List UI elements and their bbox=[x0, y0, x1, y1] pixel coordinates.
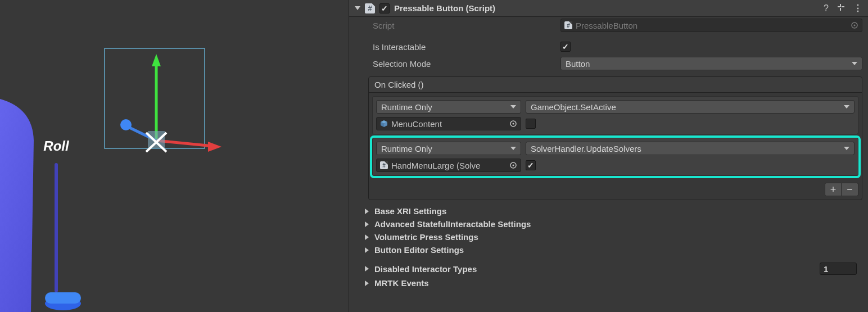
foldout-base-xri[interactable]: Base XRI Settings bbox=[349, 205, 868, 218]
foldout-label: Base XRI Settings bbox=[374, 206, 446, 216]
chevron-right-icon bbox=[365, 234, 369, 240]
foldout-volumetric[interactable]: Volumetric Press Settings bbox=[349, 230, 868, 243]
component-enable-checkbox[interactable] bbox=[379, 3, 390, 13]
foldout-advanced-stateful[interactable]: Advanced StatefulInteractable Settings bbox=[349, 218, 868, 230]
function-value: SolverHandler.UpdateSolvers bbox=[531, 144, 641, 153]
is-interactable-row: Is Interactable bbox=[349, 38, 868, 55]
svg-marker-7 bbox=[208, 142, 221, 152]
svg-point-18 bbox=[854, 25, 856, 26]
component-header[interactable]: # Pressable Button (Script) ? ⋮ bbox=[349, 0, 868, 17]
script-value: PressableButton bbox=[576, 21, 638, 30]
svg-rect-2 bbox=[45, 292, 81, 304]
add-event-button[interactable]: + bbox=[825, 183, 842, 196]
script-icon: # bbox=[564, 21, 572, 29]
call-state-value: Runtime Only bbox=[381, 144, 432, 153]
foldout-label: Advanced StatefulInteractable Settings bbox=[374, 219, 531, 229]
script-label: Script bbox=[355, 21, 557, 30]
call-state-dropdown[interactable]: Runtime Only bbox=[376, 142, 521, 155]
target-name: MenuContent bbox=[391, 119, 442, 129]
function-dropdown[interactable]: GameObject.SetActive bbox=[526, 100, 855, 114]
foldout-label: Button Editor Settings bbox=[374, 245, 464, 255]
foldout-button-editor[interactable]: Button Editor Settings bbox=[349, 243, 868, 256]
foldout-disabled-interactor[interactable]: Disabled Interactor Types 1 bbox=[349, 261, 868, 277]
chevron-right-icon bbox=[365, 209, 369, 214]
is-interactable-checkbox[interactable] bbox=[560, 42, 571, 52]
context-menu-icon[interactable]: ⋮ bbox=[853, 3, 862, 13]
event-entry: Runtime Only GameObject.SetActive bbox=[372, 96, 858, 134]
scene-gizmo: Roll bbox=[0, 0, 349, 312]
svg-rect-15 bbox=[840, 4, 841, 7]
bool-arg-checkbox[interactable] bbox=[526, 160, 536, 170]
object-picker-icon[interactable] bbox=[509, 120, 517, 128]
preset-icon[interactable] bbox=[837, 3, 846, 14]
call-state-dropdown[interactable]: Runtime Only bbox=[376, 100, 521, 114]
svg-rect-10 bbox=[148, 131, 165, 148]
svg-point-23 bbox=[513, 123, 514, 125]
scene-view[interactable]: Roll bbox=[0, 0, 349, 312]
svg-point-25 bbox=[513, 165, 514, 166]
object-picker-icon[interactable] bbox=[851, 21, 858, 29]
svg-rect-16 bbox=[840, 8, 841, 11]
function-value: GameObject.SetActive bbox=[531, 102, 616, 112]
svg-point-9 bbox=[120, 119, 132, 130]
remove-event-button[interactable]: − bbox=[842, 183, 858, 196]
help-icon[interactable]: ? bbox=[824, 3, 829, 13]
call-state-value: Runtime Only bbox=[381, 102, 432, 112]
prefab-cube-icon bbox=[380, 120, 388, 128]
foldout-label: MRTK Events bbox=[374, 278, 429, 288]
chevron-right-icon bbox=[365, 266, 369, 272]
selection-mode-row: Selection Mode Button bbox=[349, 55, 868, 72]
selection-mode-value: Button bbox=[566, 59, 590, 69]
svg-rect-14 bbox=[842, 6, 844, 7]
chevron-right-icon bbox=[365, 221, 369, 227]
inspector-panel: # Pressable Button (Script) ? ⋮ Script #… bbox=[349, 0, 868, 312]
component-foldout-icon[interactable] bbox=[355, 6, 360, 10]
list-count-field[interactable]: 1 bbox=[820, 263, 857, 275]
on-clicked-event: On Clicked () Runtime Only GameObject.Se… bbox=[368, 76, 862, 200]
function-dropdown[interactable]: SolverHandler.UpdateSolvers bbox=[526, 142, 855, 155]
foldout-label: Volumetric Press Settings bbox=[374, 232, 478, 242]
event-entry: Runtime Only SolverHandler.UpdateSolvers… bbox=[372, 138, 858, 176]
scene-roll-label: Roll bbox=[43, 138, 70, 153]
selection-mode-dropdown[interactable]: Button bbox=[560, 57, 862, 70]
target-name: HandMenuLarge (Solve bbox=[391, 161, 480, 170]
selection-mode-label: Selection Mode bbox=[355, 59, 557, 69]
component-title: Pressable Button (Script) bbox=[394, 3, 819, 13]
target-object-field[interactable]: MenuContent bbox=[376, 117, 521, 130]
chevron-right-icon bbox=[365, 247, 369, 253]
foldout-label: Disabled Interactor Types bbox=[374, 264, 477, 274]
event-title: On Clicked () bbox=[369, 77, 862, 93]
svg-rect-0 bbox=[55, 163, 58, 292]
object-picker-icon[interactable] bbox=[509, 161, 517, 169]
script-icon: # bbox=[380, 161, 388, 169]
svg-marker-5 bbox=[152, 54, 161, 66]
script-row: Script # PressableButton bbox=[349, 17, 868, 34]
target-object-field[interactable]: # HandMenuLarge (Solve bbox=[376, 159, 521, 172]
bool-arg-checkbox[interactable] bbox=[526, 119, 536, 129]
chevron-right-icon bbox=[365, 281, 369, 286]
foldout-mrtk-events[interactable]: MRTK Events bbox=[349, 277, 868, 290]
script-icon: # bbox=[365, 3, 375, 13]
is-interactable-label: Is Interactable bbox=[355, 42, 557, 52]
script-field: # PressableButton bbox=[560, 19, 862, 32]
